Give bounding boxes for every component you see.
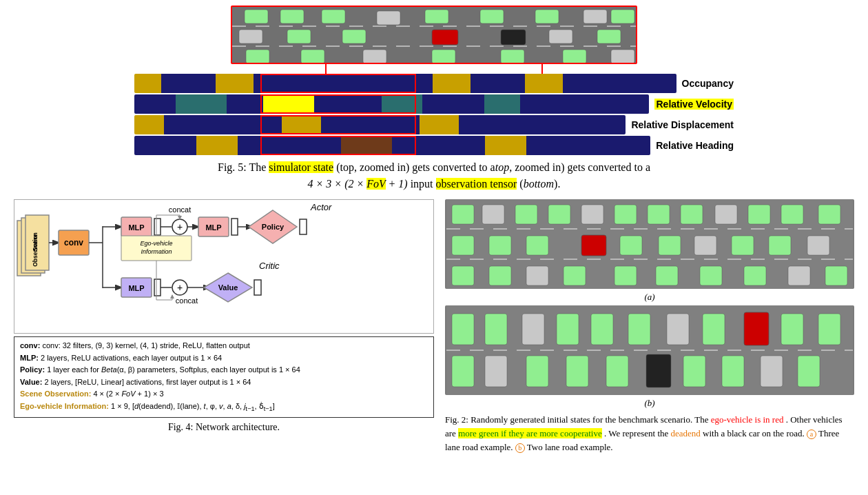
tensor-row-displacement: [134, 115, 626, 134]
svg-text:MLP: MLP: [128, 284, 144, 292]
svg-rect-135: [798, 356, 820, 387]
svg-rect-18: [597, 30, 621, 43]
svg-rect-24: [563, 50, 586, 63]
svg-text:concat: concat: [176, 296, 198, 305]
svg-rect-87: [648, 205, 670, 224]
svg-text:+: +: [177, 282, 183, 293]
svg-rect-16: [501, 30, 526, 45]
svg-text:MLP: MLP: [205, 223, 221, 232]
svg-text:Ego-vehicle: Ego-vehicle: [140, 240, 172, 247]
svg-rect-133: [722, 356, 744, 387]
svg-rect-100: [732, 236, 754, 255]
tensor-row-heading: [134, 136, 650, 155]
svg-rect-21: [363, 50, 386, 63]
svg-rect-19: [246, 50, 269, 63]
svg-rect-103: [452, 266, 474, 285]
svg-rect-84: [548, 205, 570, 224]
svg-rect-132: [683, 356, 705, 387]
scenario-image-a: [445, 199, 854, 289]
svg-rect-85: [581, 205, 603, 224]
svg-rect-12: [239, 30, 262, 43]
svg-rect-127: [485, 356, 507, 387]
svg-text:Critic: Critic: [259, 261, 280, 271]
svg-rect-88: [681, 205, 703, 224]
svg-rect-10: [583, 10, 607, 23]
svg-rect-41: [154, 219, 161, 235]
svg-rect-109: [700, 266, 722, 285]
svg-rect-54: [300, 219, 307, 234]
svg-text:Actor: Actor: [310, 202, 332, 212]
svg-rect-90: [748, 205, 770, 224]
svg-rect-112: [825, 266, 847, 285]
svg-rect-82: [482, 205, 504, 224]
svg-rect-116: [485, 314, 507, 345]
svg-rect-15: [432, 30, 458, 45]
svg-rect-110: [744, 266, 766, 285]
fig4-caption: Fig. 4: Network architecture.: [14, 422, 434, 433]
svg-rect-3: [245, 10, 268, 23]
svg-rect-14: [342, 30, 366, 43]
svg-rect-7: [425, 10, 448, 23]
svg-rect-130: [606, 356, 628, 387]
svg-rect-20: [301, 50, 324, 63]
svg-rect-101: [769, 236, 791, 255]
svg-rect-105: [526, 266, 548, 285]
svg-rect-25: [611, 50, 634, 63]
svg-rect-125: [818, 314, 840, 345]
network-diagram: Scene Observation conv MLP: [14, 199, 434, 334]
svg-rect-6: [377, 11, 400, 25]
svg-rect-83: [515, 205, 537, 224]
fig2-caption: Fig. 2: Randomly generated initial state…: [445, 413, 854, 454]
svg-rect-91: [781, 205, 803, 224]
svg-rect-111: [788, 266, 810, 285]
svg-rect-8: [480, 10, 504, 23]
svg-rect-123: [744, 312, 769, 345]
svg-rect-5: [322, 10, 345, 23]
svg-text:Value: Value: [218, 283, 238, 292]
svg-rect-89: [715, 205, 737, 224]
svg-text:+: +: [177, 221, 183, 232]
svg-rect-4: [280, 10, 304, 23]
svg-rect-58: [154, 279, 161, 296]
svg-rect-94: [489, 236, 511, 255]
svg-rect-9: [535, 10, 559, 23]
spec-box: conv: conv: 32 filters, (9, 3) kernel, (…: [14, 336, 434, 418]
svg-rect-122: [703, 314, 725, 345]
svg-rect-106: [564, 266, 586, 285]
svg-rect-104: [489, 266, 511, 285]
svg-rect-129: [566, 356, 588, 387]
svg-rect-99: [694, 236, 716, 255]
svg-rect-128: [526, 356, 548, 387]
svg-rect-120: [628, 314, 650, 345]
svg-text:Observation: Observation: [32, 232, 39, 267]
tensor-label-heading: Relative Heading: [656, 140, 734, 151]
svg-rect-121: [667, 314, 689, 345]
svg-rect-118: [557, 314, 579, 345]
svg-text:conv: conv: [64, 238, 83, 248]
scenario-label-b: (b): [445, 398, 854, 409]
svg-rect-102: [807, 236, 829, 255]
svg-rect-11: [611, 10, 634, 23]
svg-rect-17: [549, 30, 572, 43]
svg-rect-97: [620, 236, 642, 255]
tensor-label-velocity: Relative Velocity: [654, 99, 734, 110]
svg-rect-81: [452, 205, 474, 224]
tensor-row-velocity: [134, 94, 649, 114]
svg-rect-92: [818, 205, 840, 224]
svg-rect-13: [287, 30, 311, 43]
svg-rect-131: [646, 354, 671, 387]
svg-rect-49: [231, 219, 238, 235]
svg-rect-93: [452, 236, 474, 255]
svg-text:MLP: MLP: [128, 223, 144, 232]
svg-rect-96: [581, 235, 606, 256]
svg-rect-119: [591, 314, 613, 345]
svg-rect-115: [452, 314, 474, 345]
fig5-caption: Fig. 5: The simulator state (top, zoomed…: [218, 159, 650, 192]
svg-rect-86: [614, 205, 637, 224]
svg-rect-66: [254, 280, 261, 295]
tensor-label-displacement: Relative Displacement: [631, 119, 734, 130]
svg-text:concat: concat: [169, 205, 191, 214]
svg-text:Policy: Policy: [262, 223, 285, 231]
svg-rect-95: [526, 236, 548, 255]
svg-text:Information: Information: [141, 248, 172, 255]
